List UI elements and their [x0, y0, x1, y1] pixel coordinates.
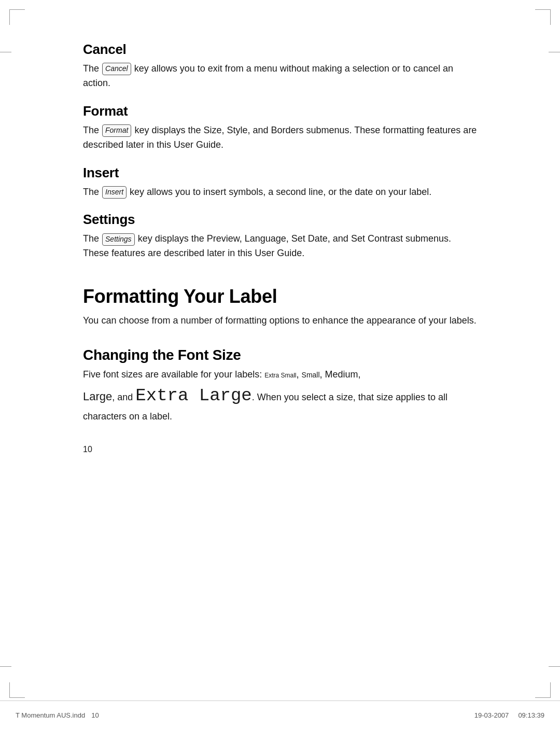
heading-cancel: Cancel	[83, 41, 477, 58]
footer-page-num: 10	[91, 711, 99, 719]
corner-mark-bottom-left	[9, 682, 25, 698]
font-size-extra-small: Extra Small	[264, 372, 296, 379]
side-mark-left-top	[0, 52, 11, 52]
page-number: 10	[83, 445, 477, 454]
heading-formatting-your-label: Formatting Your Label	[83, 286, 477, 307]
key-settings: Settings	[102, 233, 135, 246]
footer-right: 19-03-2007 09:13:39	[474, 711, 544, 719]
section-changing-font-size: Changing the Font Size Five font sizes a…	[83, 347, 477, 424]
key-insert: Insert	[102, 186, 127, 199]
font-size-small: Small	[302, 371, 320, 379]
footer-time: 09:13:39	[518, 711, 544, 719]
section-insert: Insert The Insert key allows you to inse…	[83, 165, 477, 200]
heading-format: Format	[83, 103, 477, 119]
side-mark-left-bottom	[0, 666, 11, 667]
section-settings: Settings The Settings key displays the P…	[83, 212, 477, 261]
side-mark-right-top	[549, 52, 560, 52]
body-settings: The Settings key displays the Preview, L…	[83, 232, 477, 261]
body-format: The Format key displays the Size, Style,…	[83, 123, 477, 152]
key-format: Format	[102, 124, 131, 137]
body-cancel: The Cancel key allows you to exit from a…	[83, 62, 477, 91]
footer-filename: T Momentum AUS.indd	[16, 711, 85, 719]
heading-changing-font-size: Changing the Font Size	[83, 347, 477, 363]
page: Cancel The Cancel key allows you to exit…	[0, 0, 560, 729]
body-insert: The Insert key allows you to insert symb…	[83, 185, 477, 200]
font-size-large: Large	[83, 390, 112, 403]
heading-settings: Settings	[83, 212, 477, 228]
section-formatting-your-label: Formatting Your Label You can choose fro…	[83, 286, 477, 328]
body-font-size: Five font sizes are available for your l…	[83, 368, 477, 424]
footer: T Momentum AUS.indd 10 19-03-2007 09:13:…	[0, 700, 560, 729]
corner-mark-bottom-right	[535, 682, 551, 698]
corner-mark-top-left	[9, 9, 25, 25]
body-formatting-intro: You can choose from a number of formatti…	[83, 314, 477, 328]
heading-insert: Insert	[83, 165, 477, 181]
main-content: Cancel The Cancel key allows you to exit…	[0, 0, 560, 483]
side-mark-right-bottom	[549, 666, 560, 667]
footer-date: 19-03-2007	[474, 711, 509, 719]
section-format: Format The Format key displays the Size,…	[83, 103, 477, 152]
section-cancel: Cancel The Cancel key allows you to exit…	[83, 41, 477, 91]
key-cancel: Cancel	[102, 63, 131, 75]
font-size-medium: Medium	[325, 369, 358, 380]
footer-left: T Momentum AUS.indd 10	[16, 711, 99, 719]
corner-mark-top-right	[535, 9, 551, 25]
font-size-extra-large: Extra Large	[135, 386, 251, 405]
